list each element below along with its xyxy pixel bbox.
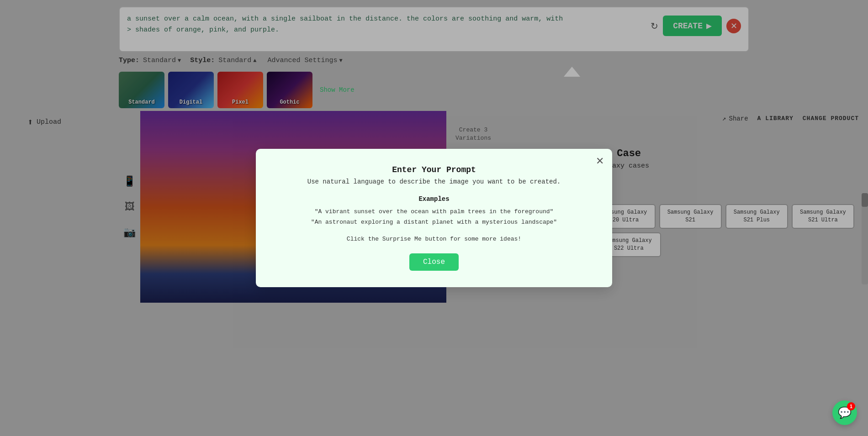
modal-x-button[interactable]: ✕ — [596, 155, 604, 167]
modal-example2: "An astronaut exploring a distant planet… — [274, 217, 594, 227]
modal-example1: "A vibrant sunset over the ocean with pa… — [274, 206, 594, 217]
modal-box: ✕ Enter Your Prompt Use natural language… — [256, 149, 612, 288]
modal-examples-title: Examples — [274, 195, 594, 203]
chat-badge: 1 — [847, 402, 855, 410]
modal-close-button[interactable]: Close — [409, 253, 459, 271]
modal-overlay: ✕ Enter Your Prompt Use natural language… — [0, 0, 868, 436]
modal-hint: Click the Surprise Me button for some mo… — [274, 236, 594, 242]
modal-title: Enter Your Prompt — [274, 165, 594, 174]
modal-subtitle: Use natural language to describe the ima… — [274, 178, 594, 185]
chat-bubble[interactable]: 💬 1 — [832, 400, 857, 425]
